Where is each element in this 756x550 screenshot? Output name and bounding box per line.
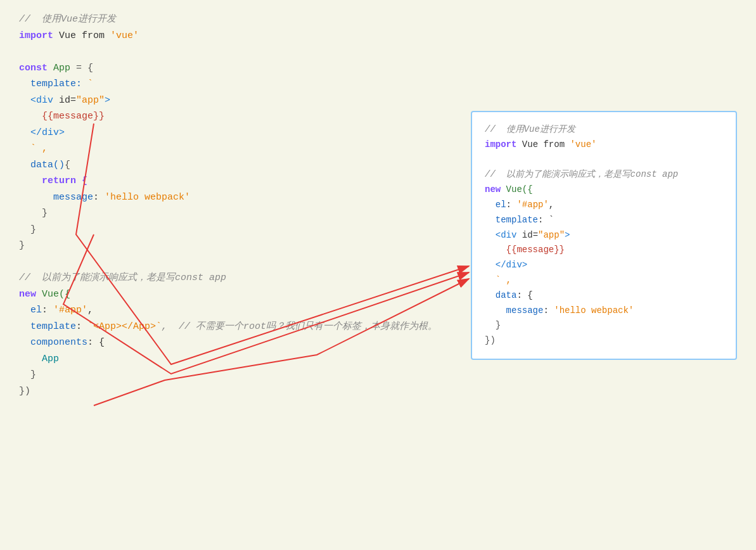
code-line: // 使用Vue进行开发 xyxy=(19,11,737,28)
code-line: // 使用Vue进行开发 xyxy=(485,122,723,138)
code-line: el: '#app', xyxy=(485,198,723,213)
code-token: </div> xyxy=(30,127,65,138)
code-token: {{message}} xyxy=(42,111,105,122)
code-token xyxy=(19,95,30,106)
code-token: components xyxy=(19,337,87,348)
code-token: Vue xyxy=(516,139,543,150)
code-token: '#app' xyxy=(516,200,548,210)
popup-code-box: // 使用Vue进行开发import Vue from 'vue' // 以前为… xyxy=(471,111,737,360)
code-token: }) xyxy=(19,386,30,397)
code-token: , // 不需要一个root吗？我们只有一个标签，本身就作为根。 xyxy=(162,321,437,332)
code-line: {{message}} xyxy=(485,243,723,258)
code-token: <div xyxy=(496,230,517,240)
code-token: = { xyxy=(76,63,93,74)
code-token: const app xyxy=(631,169,679,179)
code-line: } xyxy=(485,318,723,333)
code-token: template: xyxy=(19,79,87,89)
code-token xyxy=(485,260,496,270)
code-line: message: 'hello webpack' xyxy=(485,304,723,319)
code-line: import Vue from 'vue' xyxy=(485,138,723,153)
code-line: </div> xyxy=(485,258,723,273)
code-token: new xyxy=(19,289,36,300)
code-token: // 使用Vue进行开发 xyxy=(485,124,575,134)
code-token: : xyxy=(93,192,105,203)
code-token: import xyxy=(485,139,516,150)
code-line: data: { xyxy=(485,288,723,304)
code-token: { xyxy=(65,160,70,170)
code-token: App xyxy=(48,63,76,74)
code-token: > xyxy=(105,95,110,106)
code-token: '#app' xyxy=(53,305,87,316)
code-token: // 使用Vue进行开发 xyxy=(19,14,116,25)
code-token: : xyxy=(506,200,517,210)
code-token: const xyxy=(19,63,48,74)
code-token: } xyxy=(485,320,501,330)
code-token: "app" xyxy=(538,230,565,240)
code-token: data xyxy=(485,290,516,300)
code-token: id= xyxy=(516,230,538,240)
code-line: ` , xyxy=(485,273,723,288)
code-token: Vue({ xyxy=(501,184,532,195)
code-token: 'vue' xyxy=(105,30,139,41)
code-token: : ` xyxy=(538,215,554,225)
code-token: from xyxy=(82,30,105,41)
code-token xyxy=(19,127,30,138)
code-token: template xyxy=(485,215,538,225)
code-token: el xyxy=(485,200,506,210)
code-line: template: ` xyxy=(19,76,737,93)
code-token: : { xyxy=(516,290,532,300)
code-line xyxy=(485,153,723,168)
code-line: new Vue({ xyxy=(485,182,723,198)
code-token: "app" xyxy=(76,95,105,106)
code-token: // 以前为了能演示响应式，老是写 xyxy=(485,169,631,179)
code-token: 'hello webpack' xyxy=(105,192,190,203)
code-token: import xyxy=(19,30,53,41)
code-token: } xyxy=(19,369,36,380)
code-token: message xyxy=(19,192,93,203)
code-token: // 以前为了能演示响应式，老是写 xyxy=(19,272,175,283)
code-token: <div xyxy=(30,95,53,106)
code-token: new xyxy=(485,184,501,195)
code-line: template: ` xyxy=(485,213,723,228)
code-token: , xyxy=(549,200,554,210)
code-token: id= xyxy=(53,95,76,106)
code-token: ` xyxy=(87,79,93,89)
code-token: App xyxy=(19,354,59,364)
code-token xyxy=(485,230,496,240)
code-line: }) xyxy=(485,333,723,349)
code-token: : { xyxy=(87,337,105,348)
code-token: ` , xyxy=(485,275,511,285)
code-token: } xyxy=(19,224,36,235)
code-token: Vue({ xyxy=(36,289,70,300)
code-token: message xyxy=(485,305,543,316)
code-token: }) xyxy=(485,335,496,345)
code-token: const app xyxy=(175,272,226,283)
code-line: <div id="app"> xyxy=(19,93,737,109)
code-token: } xyxy=(19,240,25,251)
code-token: el xyxy=(19,305,42,316)
code-token: </div> xyxy=(496,260,527,270)
code-token: : xyxy=(543,305,554,316)
code-token: : xyxy=(42,305,53,316)
code-token: data() xyxy=(19,160,65,170)
code-token: return { xyxy=(19,176,87,186)
code-line: }) xyxy=(19,383,737,400)
code-token: 'vue' xyxy=(565,139,596,150)
code-token: } xyxy=(19,208,48,219)
code-line: const App = { xyxy=(19,60,737,77)
code-token: > xyxy=(565,230,570,240)
code-token: template xyxy=(19,321,76,332)
code-token: , xyxy=(87,305,93,316)
code-line: <div id="app"> xyxy=(485,228,723,243)
code-token: `<App></App>` xyxy=(87,321,162,332)
code-token xyxy=(485,245,506,255)
code-line: // 以前为了能演示响应式，老是写const app xyxy=(485,167,723,182)
code-token: {{message}} xyxy=(506,245,565,255)
code-line xyxy=(19,44,737,60)
code-line: import Vue from 'vue' xyxy=(19,28,737,44)
code-token: 'hello webpack' xyxy=(554,305,634,316)
code-token: ` , xyxy=(19,143,48,154)
code-line: } xyxy=(19,367,737,383)
code-token: : xyxy=(76,321,87,332)
code-token: from xyxy=(543,139,565,150)
